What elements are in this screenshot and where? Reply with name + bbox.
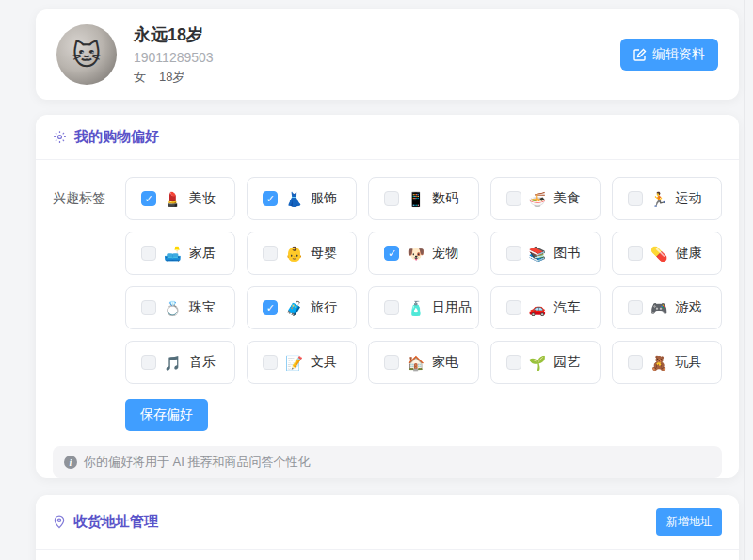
interest-tag[interactable]: 🏠 家电 xyxy=(368,341,478,384)
interest-tag[interactable]: 🧴 日用品 xyxy=(368,286,478,329)
edit-profile-label: 编辑资料 xyxy=(652,46,705,63)
preferences-header: 我的购物偏好 xyxy=(36,115,739,160)
tag-emoji-icon: 🏠 xyxy=(407,356,425,370)
interest-tag[interactable]: 👶 母婴 xyxy=(247,232,357,275)
preferences-title: 我的购物偏好 xyxy=(74,128,159,146)
tag-label: 文具 xyxy=(311,354,337,371)
tag-emoji-icon: 📝 xyxy=(285,356,303,370)
tag-checkbox[interactable] xyxy=(384,300,399,315)
tag-checkbox[interactable] xyxy=(141,246,156,261)
info-icon: i xyxy=(64,456,77,469)
tag-label: 美妆 xyxy=(189,190,216,207)
preferences-note-text: 你的偏好将用于 AI 推荐和商品问答个性化 xyxy=(84,454,311,471)
tag-label: 玩具 xyxy=(676,354,702,371)
tag-emoji-icon: 💄 xyxy=(164,192,182,206)
tag-label: 园艺 xyxy=(553,354,580,371)
interest-tag[interactable]: 📱 数码 xyxy=(368,177,478,220)
interest-tag[interactable]: 💄 美妆 xyxy=(125,177,235,220)
tag-label: 母婴 xyxy=(311,245,337,262)
tag-label: 珠宝 xyxy=(189,299,216,316)
shopping-preferences-card: 我的购物偏好 兴趣标签 💄 美妆 👗 服饰 📱 数码 🍜 美食 🏃 运动 🛋️ … xyxy=(36,115,739,478)
tag-emoji-icon: 👗 xyxy=(285,192,303,206)
tag-checkbox[interactable] xyxy=(263,191,278,206)
tag-label: 日用品 xyxy=(432,299,472,316)
edit-profile-button[interactable]: 编辑资料 xyxy=(620,39,718,71)
tag-emoji-icon: 🧳 xyxy=(285,301,303,315)
tag-checkbox[interactable] xyxy=(141,191,156,206)
tag-checkbox[interactable] xyxy=(141,300,156,315)
tag-label: 汽车 xyxy=(553,299,580,316)
tag-checkbox[interactable] xyxy=(506,300,521,315)
interest-tag[interactable]: 🧸 玩具 xyxy=(612,341,722,384)
preferences-note: i 你的偏好将用于 AI 推荐和商品问答个性化 xyxy=(53,446,722,478)
interest-tags-label: 兴趣标签 xyxy=(53,177,125,384)
tag-checkbox[interactable] xyxy=(263,355,278,370)
tag-checkbox[interactable] xyxy=(506,355,521,370)
gear-icon xyxy=(53,130,67,144)
tag-checkbox[interactable] xyxy=(506,191,521,206)
tag-checkbox[interactable] xyxy=(628,355,643,370)
save-preferences-label: 保存偏好 xyxy=(140,407,193,424)
tag-checkbox[interactable] xyxy=(384,191,399,206)
interest-tag[interactable]: 🏃 运动 xyxy=(612,177,722,220)
interest-tag[interactable]: 👗 服饰 xyxy=(247,177,357,220)
address-title: 收货地址管理 xyxy=(73,513,158,531)
tag-label: 图书 xyxy=(553,245,580,262)
edit-pencil-icon xyxy=(633,48,647,61)
tag-label: 美食 xyxy=(553,190,580,207)
tag-emoji-icon: 🎵 xyxy=(164,356,182,370)
tag-checkbox[interactable] xyxy=(384,246,399,261)
tag-emoji-icon: 🛋️ xyxy=(164,247,182,261)
profile-meta: 女 18岁 xyxy=(134,69,214,86)
profile-age: 18岁 xyxy=(159,69,184,86)
interest-tag[interactable]: 🚗 汽车 xyxy=(490,286,601,329)
tag-emoji-icon: 🎮 xyxy=(650,301,668,315)
add-address-label: 新增地址 xyxy=(666,514,712,530)
interest-tag[interactable]: 🐶 宠物 xyxy=(368,232,478,275)
interest-tag[interactable]: 📝 文具 xyxy=(247,341,357,384)
interest-tag[interactable]: 🧳 旅行 xyxy=(247,286,357,329)
profile-card: 🐱 永远18岁 19011289503 女 18岁 编辑资料 xyxy=(36,9,739,100)
tag-checkbox[interactable] xyxy=(263,246,278,261)
tag-label: 家电 xyxy=(432,354,458,371)
tag-checkbox[interactable] xyxy=(628,246,643,261)
tag-emoji-icon: 💊 xyxy=(650,247,668,261)
add-address-button[interactable]: 新增地址 xyxy=(656,508,722,536)
tag-emoji-icon: 🧴 xyxy=(407,301,425,315)
tag-emoji-icon: 🌱 xyxy=(529,356,547,370)
tag-checkbox[interactable] xyxy=(628,300,643,315)
tag-label: 健康 xyxy=(676,245,702,262)
tag-checkbox[interactable] xyxy=(628,191,643,206)
interest-tag[interactable]: 💍 珠宝 xyxy=(125,286,235,329)
interest-tag[interactable]: 🛋️ 家居 xyxy=(125,232,235,275)
save-preferences-button[interactable]: 保存偏好 xyxy=(125,399,208,431)
profile-info: 永远18岁 19011289503 女 18岁 xyxy=(134,24,214,86)
interest-tag[interactable]: 📚 图书 xyxy=(490,232,601,275)
avatar[interactable]: 🐱 xyxy=(56,24,117,85)
address-body xyxy=(36,550,739,560)
tag-emoji-icon: 🏃 xyxy=(650,192,668,206)
cat-avatar-image: 🐱 xyxy=(72,39,101,72)
tag-label: 运动 xyxy=(676,190,702,207)
tag-emoji-icon: 🐶 xyxy=(407,247,425,261)
interest-tag[interactable]: 💊 健康 xyxy=(612,232,722,275)
tag-emoji-icon: 💍 xyxy=(164,301,182,315)
profile-gender: 女 xyxy=(134,69,146,86)
tag-checkbox[interactable] xyxy=(384,355,399,370)
tag-checkbox[interactable] xyxy=(141,355,156,370)
tag-checkbox[interactable] xyxy=(263,300,278,315)
tag-label: 服饰 xyxy=(311,190,337,207)
tag-label: 宠物 xyxy=(432,245,458,262)
tag-label: 数码 xyxy=(432,190,458,207)
profile-page: 🐱 永远18岁 19011289503 女 18岁 编辑资料 xyxy=(0,0,753,560)
scrollbar-track[interactable] xyxy=(744,0,745,560)
interest-tags-grid: 💄 美妆 👗 服饰 📱 数码 🍜 美食 🏃 运动 🛋️ 家居 👶 母婴 🐶 宠物 xyxy=(125,177,722,384)
tag-checkbox[interactable] xyxy=(506,246,521,261)
tag-emoji-icon: 🚗 xyxy=(529,301,547,315)
interest-tag[interactable]: 🍜 美食 xyxy=(490,177,601,220)
address-header: 收货地址管理 新增地址 xyxy=(36,495,739,550)
interest-tag[interactable]: 🎮 游戏 xyxy=(612,286,722,329)
interest-tag[interactable]: 🎵 音乐 xyxy=(125,341,235,384)
preferences-body: 兴趣标签 💄 美妆 👗 服饰 📱 数码 🍜 美食 🏃 运动 🛋️ 家居 👶 母婴 xyxy=(36,160,739,431)
interest-tag[interactable]: 🌱 园艺 xyxy=(490,341,601,384)
